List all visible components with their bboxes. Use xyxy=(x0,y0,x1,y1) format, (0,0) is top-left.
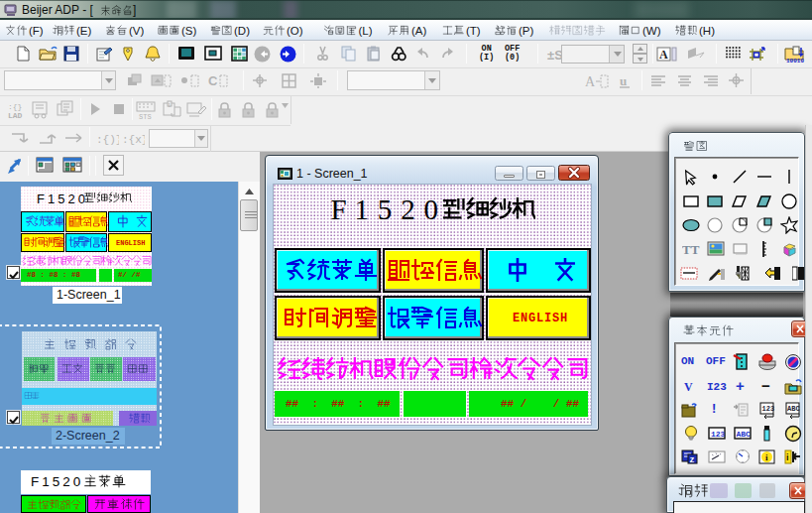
svg-text:C: C xyxy=(208,73,218,88)
svg-text:STS: STS xyxy=(139,113,152,120)
svg-text:LAD: LAD xyxy=(8,111,23,120)
svg-text:123: 123 xyxy=(711,430,726,439)
svg-text:ABC: ABC xyxy=(787,405,800,413)
svg-text:i: i xyxy=(786,452,789,462)
svg-text:A: A xyxy=(659,48,668,62)
svg-text::{}: :{} xyxy=(8,102,22,111)
svg-text:TT: TT xyxy=(682,242,700,257)
svg-text:ABC: ABC xyxy=(737,430,752,439)
svg-text:Z: Z xyxy=(690,455,695,464)
svg-text::{)}: :{)} xyxy=(96,134,119,146)
svg-text:u: u xyxy=(620,73,627,88)
svg-text:123: 123 xyxy=(762,405,775,413)
svg-text:10010: 10010 xyxy=(786,58,804,64)
svg-text:A: A xyxy=(585,74,596,89)
svg-text::{x}: :{x} xyxy=(122,134,145,146)
